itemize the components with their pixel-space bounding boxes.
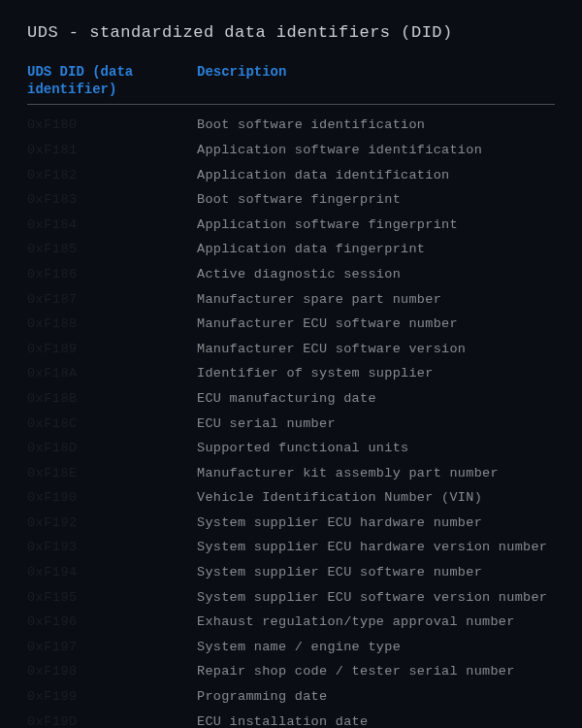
- did-cell: 0xF187: [27, 289, 197, 311]
- description-cell: Vehicle Identification Number (VIN): [197, 487, 555, 509]
- did-cell: 0xF198: [27, 661, 197, 682]
- description-cell: Application software identification: [197, 140, 555, 161]
- table-row: 0xF18BECU manufacturing date: [27, 386, 555, 412]
- description-cell: System supplier ECU software version num…: [197, 587, 555, 609]
- did-cell: 0xF18D: [27, 438, 197, 459]
- table-row: 0xF185Application data fingerprint: [27, 237, 555, 262]
- page-title: UDS - standardized data identifiers (DID…: [27, 23, 555, 42]
- did-cell: 0xF189: [27, 339, 197, 360]
- did-cell: 0xF190: [27, 487, 197, 509]
- description-cell: Manufacturer spare part number: [197, 289, 555, 311]
- description-cell: System supplier ECU software number: [197, 562, 555, 583]
- description-cell: ECU manufacturing date: [197, 388, 555, 410]
- description-cell: Manufacturer ECU software number: [197, 314, 555, 335]
- description-cell: System supplier ECU hardware version num…: [197, 537, 555, 558]
- table-row: 0xF180Boot software identification: [27, 113, 555, 138]
- did-cell: 0xF183: [27, 189, 197, 211]
- did-cell: 0xF186: [27, 264, 197, 285]
- did-cell: 0xF188: [27, 314, 197, 335]
- description-cell: Active diagnostic session: [197, 264, 555, 285]
- did-cell: 0xF18B: [27, 388, 197, 410]
- table-row: 0xF198Repair shop code / tester serial n…: [27, 659, 555, 684]
- table-row: 0xF192System supplier ECU hardware numbe…: [27, 511, 555, 536]
- did-cell: 0xF196: [27, 612, 197, 633]
- table-row: 0xF184Application software fingerprint: [27, 213, 555, 238]
- table-row: 0xF190Vehicle Identification Number (VIN…: [27, 485, 555, 511]
- table-row: 0xF186Active diagnostic session: [27, 262, 555, 287]
- description-cell: Repair shop code / tester serial number: [197, 661, 555, 682]
- table-row: 0xF199Programming date: [27, 684, 555, 710]
- description-cell: Programming date: [197, 686, 555, 708]
- did-cell: 0xF199: [27, 686, 197, 708]
- did-cell: 0xF195: [27, 587, 197, 609]
- table-row: 0xF197System name / engine type: [27, 635, 555, 660]
- table-body: 0xF180Boot software identification0xF181…: [27, 113, 555, 728]
- did-cell: 0xF182: [27, 165, 197, 186]
- description-cell: System name / engine type: [197, 637, 555, 658]
- did-cell: 0xF194: [27, 562, 197, 583]
- did-cell: 0xF192: [27, 513, 197, 534]
- did-cell: 0xF19D: [27, 711, 197, 728]
- description-cell: ECU serial number: [197, 414, 555, 435]
- did-cell: 0xF18A: [27, 363, 197, 384]
- did-cell: 0xF18E: [27, 463, 197, 484]
- did-cell: 0xF193: [27, 537, 197, 558]
- table-row: 0xF193System supplier ECU hardware versi…: [27, 535, 555, 560]
- description-cell: System supplier ECU hardware number: [197, 513, 555, 534]
- did-cell: 0xF18C: [27, 414, 197, 435]
- description-cell: Manufacturer ECU software version: [197, 339, 555, 360]
- description-cell: Manufacturer kit assembly part number: [197, 463, 555, 484]
- table-row: 0xF182Application data identification: [27, 163, 555, 188]
- description-cell: Exhaust regulation/type approval number: [197, 612, 555, 633]
- description-cell: Application software fingerprint: [197, 215, 555, 236]
- table-row: 0xF18EManufacturer kit assembly part num…: [27, 461, 555, 486]
- description-cell: Application data identification: [197, 165, 555, 186]
- table-row: 0xF18DSupported functional units: [27, 436, 555, 461]
- table-row: 0xF18AIdentifier of system supplier: [27, 361, 555, 386]
- table-row: 0xF194System supplier ECU software numbe…: [27, 560, 555, 585]
- description-cell: ECU installation date: [197, 711, 555, 728]
- did-cell: 0xF181: [27, 140, 197, 161]
- header-did: UDS DID (data identifier): [27, 63, 197, 98]
- table-header-row: UDS DID (data identifier) Description: [27, 63, 555, 105]
- table-row: 0xF195System supplier ECU software versi…: [27, 585, 555, 611]
- description-cell: Identifier of system supplier: [197, 363, 555, 384]
- description-cell: Application data fingerprint: [197, 239, 555, 260]
- table-row: 0xF181Application software identificatio…: [27, 138, 555, 163]
- description-cell: Boot software fingerprint: [197, 189, 555, 211]
- table-row: 0xF19DECU installation date: [27, 710, 555, 728]
- header-description: Description: [197, 63, 555, 98]
- did-cell: 0xF185: [27, 239, 197, 260]
- table-row: 0xF183Boot software fingerprint: [27, 187, 555, 213]
- description-cell: Supported functional units: [197, 438, 555, 459]
- table-row: 0xF189Manufacturer ECU software version: [27, 337, 555, 362]
- table-row: 0xF187Manufacturer spare part number: [27, 287, 555, 313]
- did-cell: 0xF197: [27, 637, 197, 658]
- did-cell: 0xF180: [27, 115, 197, 136]
- did-table: UDS DID (data identifier) Description 0x…: [27, 63, 555, 728]
- table-row: 0xF18CECU serial number: [27, 412, 555, 437]
- table-row: 0xF196Exhaust regulation/type approval n…: [27, 610, 555, 635]
- table-row: 0xF188Manufacturer ECU software number: [27, 312, 555, 337]
- description-cell: Boot software identification: [197, 115, 555, 136]
- did-cell: 0xF184: [27, 215, 197, 236]
